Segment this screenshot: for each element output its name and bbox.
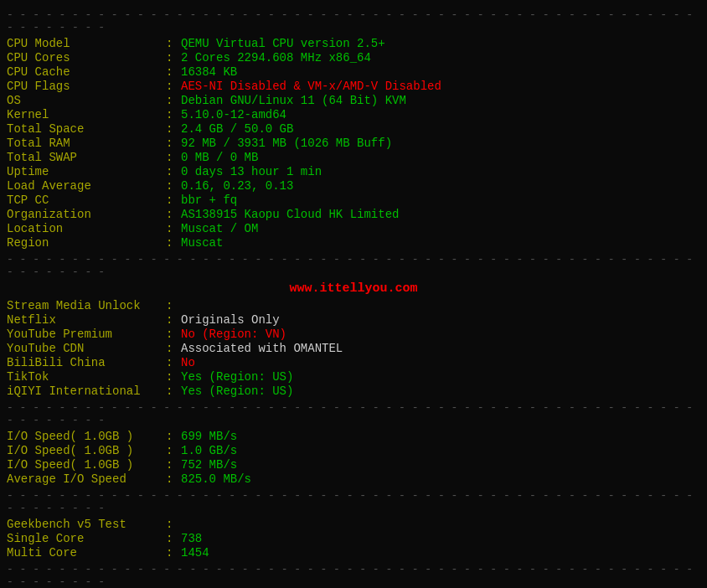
geekbench-section: Geekbench v5 Test : Single Core : 738 Mu… xyxy=(7,518,700,560)
value-netflix: Originals Only xyxy=(181,313,280,327)
label-total-space: Total Space xyxy=(7,122,166,136)
value-io-avg: 825.0 MB/s xyxy=(181,472,251,486)
colon-tiktok: : xyxy=(166,370,178,384)
label-total-ram: Total RAM xyxy=(7,137,166,150)
row-cpu-cores: CPU Cores : 2 Cores 2294.608 MHz x86_64 xyxy=(7,51,700,64)
divider-io-top: - - - - - - - - - - - - - - - - - - - - … xyxy=(7,401,700,426)
row-netflix: Netflix : Originals Only xyxy=(7,313,700,327)
colon-total-space: : xyxy=(166,122,178,136)
colon-region: : xyxy=(166,236,178,250)
row-cpu-model: CPU Model : QEMU Virtual CPU version 2.5… xyxy=(7,37,700,50)
label-multi-core: Multi Core xyxy=(7,546,166,560)
value-youtube-cdn: Associated with OMANTEL xyxy=(181,342,343,355)
colon-cpu-cache: : xyxy=(166,65,178,79)
row-multi-core: Multi Core : 1454 xyxy=(7,546,700,560)
label-region: Region xyxy=(7,236,166,250)
value-multi-core: 1454 xyxy=(181,546,209,560)
row-total-swap: Total SWAP : 0 MB / 0 MB xyxy=(7,151,700,164)
label-io-2: I/O Speed( 1.0GB ) xyxy=(7,444,166,457)
system-section: CPU Model : QEMU Virtual CPU version 2.5… xyxy=(7,37,700,250)
row-iqiyi: iQIYI International : Yes (Region: US) xyxy=(7,384,700,398)
colon-single-core: : xyxy=(166,532,178,545)
label-kernel: Kernel xyxy=(7,108,166,121)
colon-total-swap: : xyxy=(166,151,178,164)
value-kernel: 5.10.0-12-amd64 xyxy=(181,108,286,121)
value-cpu-flags: AES-NI Disabled & VM-x/AMD-V Disabled xyxy=(181,80,441,93)
divider-stream-top: - - - - - - - - - - - - - - - - - - - - … xyxy=(7,253,700,278)
colon-iqiyi: : xyxy=(166,384,178,398)
value-uptime: 0 days 13 hour 1 min xyxy=(181,165,322,178)
colon-stream-unlock: : xyxy=(166,299,178,312)
row-tiktok: TikTok : Yes (Region: US) xyxy=(7,370,700,384)
row-total-space: Total Space : 2.4 GB / 50.0 GB xyxy=(7,122,700,136)
colon-io-avg: : xyxy=(166,472,178,486)
row-cpu-cache: CPU Cache : 16384 KB xyxy=(7,65,700,79)
colon-bilibili: : xyxy=(166,356,178,369)
value-tcp-cc: bbr + fq xyxy=(181,193,237,207)
colon-location: : xyxy=(166,222,178,235)
row-geekbench-title: Geekbench v5 Test : xyxy=(7,518,700,531)
row-youtube-cdn: YouTube CDN : Associated with OMANTEL xyxy=(7,342,700,355)
value-total-swap: 0 MB / 0 MB xyxy=(181,151,258,164)
value-location: Muscat / OM xyxy=(181,222,258,235)
value-tiktok: Yes (Region: US) xyxy=(181,370,293,384)
label-single-core: Single Core xyxy=(7,532,166,545)
row-io-2: I/O Speed( 1.0GB ) : 1.0 GB/s xyxy=(7,444,700,457)
main-container: - - - - - - - - - - - - - - - - - - - - … xyxy=(7,8,700,588)
value-bilibili: No xyxy=(181,356,195,369)
colon-cpu-flags: : xyxy=(166,80,178,93)
colon-youtube-cdn: : xyxy=(166,342,178,355)
value-io-1: 699 MB/s xyxy=(181,430,237,443)
colon-kernel: : xyxy=(166,108,178,121)
divider-geek-top: - - - - - - - - - - - - - - - - - - - - … xyxy=(7,489,700,514)
label-io-avg: Average I/O Speed xyxy=(7,472,166,486)
row-organization: Organization : AS138915 Kaopu Cloud HK L… xyxy=(7,208,700,221)
label-cpu-cache: CPU Cache xyxy=(7,65,166,79)
divider-top: - - - - - - - - - - - - - - - - - - - - … xyxy=(7,8,700,34)
colon-io-1: : xyxy=(166,430,178,443)
label-tcp-cc: TCP CC xyxy=(7,193,166,207)
row-youtube-premium: YouTube Premium : No (Region: VN) xyxy=(7,328,700,341)
label-iqiyi: iQIYI International xyxy=(7,384,166,398)
colon-organization: : xyxy=(166,208,178,221)
row-kernel: Kernel : 5.10.0-12-amd64 xyxy=(7,108,700,121)
value-single-core: 738 xyxy=(181,532,202,545)
row-stream-unlock: Stream Media Unlock : xyxy=(7,299,700,312)
label-geekbench-title: Geekbench v5 Test xyxy=(7,518,166,531)
row-io-3: I/O Speed( 1.0GB ) : 752 MB/s xyxy=(7,458,700,472)
colon-uptime: : xyxy=(166,165,178,178)
row-total-ram: Total RAM : 92 MB / 3931 MB (1026 MB Buf… xyxy=(7,137,700,150)
divider-bottom: - - - - - - - - - - - - - - - - - - - - … xyxy=(7,563,700,588)
label-total-swap: Total SWAP xyxy=(7,151,166,164)
colon-total-ram: : xyxy=(166,137,178,150)
colon-netflix: : xyxy=(166,313,178,327)
value-total-ram: 92 MB / 3931 MB (1026 MB Buff) xyxy=(181,137,392,150)
value-load-average: 0.16, 0.23, 0.13 xyxy=(181,179,293,193)
value-region: Muscat xyxy=(181,236,223,250)
colon-os: : xyxy=(166,94,178,107)
row-location: Location : Muscat / OM xyxy=(7,222,700,235)
label-cpu-flags: CPU Flags xyxy=(7,80,166,93)
row-single-core: Single Core : 738 xyxy=(7,532,700,545)
value-os: Debian GNU/Linux 11 (64 Bit) KVM xyxy=(181,94,406,107)
io-section: I/O Speed( 1.0GB ) : 699 MB/s I/O Speed(… xyxy=(7,430,700,486)
value-total-space: 2.4 GB / 50.0 GB xyxy=(181,122,293,136)
row-uptime: Uptime : 0 days 13 hour 1 min xyxy=(7,165,700,178)
label-io-1: I/O Speed( 1.0GB ) xyxy=(7,430,166,443)
stream-title: www.ittellyou.com xyxy=(7,281,700,296)
value-youtube-premium: No (Region: VN) xyxy=(181,328,286,341)
label-io-3: I/O Speed( 1.0GB ) xyxy=(7,458,166,472)
row-load-average: Load Average : 0.16, 0.23, 0.13 xyxy=(7,179,700,193)
row-bilibili: BiliBili China : No xyxy=(7,356,700,369)
label-cpu-model: CPU Model xyxy=(7,37,166,50)
colon-geekbench-title: : xyxy=(166,518,178,531)
colon-youtube-premium: : xyxy=(166,328,178,341)
value-iqiyi: Yes (Region: US) xyxy=(181,384,293,398)
row-os: OS : Debian GNU/Linux 11 (64 Bit) KVM xyxy=(7,94,700,107)
label-cpu-cores: CPU Cores xyxy=(7,51,166,64)
value-cpu-cache: 16384 KB xyxy=(181,65,237,79)
label-location: Location xyxy=(7,222,166,235)
colon-tcp-cc: : xyxy=(166,193,178,207)
label-youtube-premium: YouTube Premium xyxy=(7,328,166,341)
colon-cpu-cores: : xyxy=(166,51,178,64)
